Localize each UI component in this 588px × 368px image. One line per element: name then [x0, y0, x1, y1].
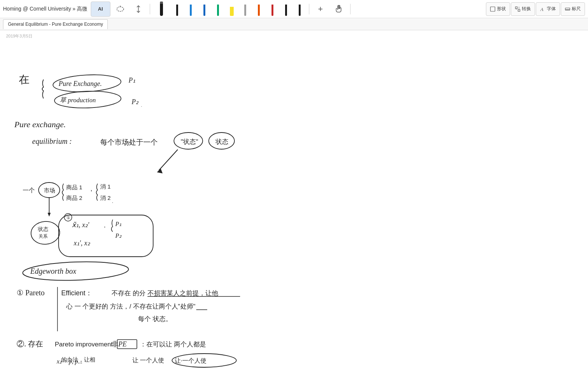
blue-pen-button[interactable]	[185, 2, 197, 17]
svg-text:商品 2: 商品 2	[66, 195, 82, 201]
svg-text:PE: PE	[118, 340, 127, 348]
svg-text:P₁: P₁	[115, 221, 121, 227]
svg-text:.: .	[112, 199, 113, 204]
svg-text:①: ①	[67, 215, 70, 220]
green-pen-button[interactable]	[212, 2, 224, 17]
svg-text:每个市场处于一个: 每个市场处于一个	[100, 138, 158, 146]
svg-text:Pure Exchange.: Pure Exchange.	[58, 80, 102, 87]
svg-point-0	[117, 7, 124, 11]
svg-text:① Pareto: ① Pareto	[17, 288, 45, 297]
canvas-area[interactable]: 2019年3月5日 在 Pure Exchange. P₁ 草 producti…	[0, 30, 588, 368]
orange-pen-button[interactable]	[253, 2, 265, 17]
svg-text:一个: 一个	[23, 187, 35, 193]
svg-text:P₂: P₂	[131, 98, 139, 106]
yellow-highlighter-button[interactable]	[226, 2, 238, 17]
svg-text:x₁', x₂: x₁', x₂	[73, 239, 90, 247]
dark-pen-button[interactable]	[171, 2, 183, 17]
svg-text:状态: 状态	[215, 138, 228, 145]
scroll-tool-button[interactable]	[130, 2, 147, 17]
ruler-tool-label: 标尺	[572, 6, 581, 12]
svg-text:不损害某人之前提，让他: 不损害某人之前提，让他	[147, 290, 218, 297]
convert-tool-button[interactable]: 转换	[511, 2, 535, 16]
svg-text:关系: 关系	[39, 234, 48, 239]
svg-text:不存在 的分: 不存在 的分	[112, 290, 146, 297]
lasso-tool-button[interactable]	[112, 2, 129, 17]
svg-point-43	[30, 220, 61, 245]
svg-text:Pure exchange.: Pure exchange.	[14, 120, 66, 129]
separator-2	[309, 4, 309, 14]
svg-text:P₂: P₂	[115, 232, 122, 239]
svg-text:.: .	[141, 103, 142, 108]
svg-text:Efficient：: Efficient：	[61, 289, 92, 297]
shape-tool-label: 形状	[497, 6, 506, 12]
right-tools: 形状 转换 A 字体 标	[486, 2, 585, 16]
svg-text:,: ,	[104, 222, 105, 228]
svg-text:商品 1: 商品 1	[66, 184, 82, 190]
app-title: Homing @ Cornell University » 高微	[3, 6, 88, 12]
svg-text:Pareto improvement: Pareto improvement	[55, 341, 113, 348]
svg-text:：在可以让 两个人都是: ：在可以让 两个人都是	[140, 341, 206, 348]
ruler-tool-button[interactable]: 标尺	[561, 2, 585, 16]
svg-text:②. 存在: ②. 存在	[17, 340, 43, 348]
black-pen-button[interactable]	[153, 2, 170, 17]
svg-text:让·一个人使: 让·一个人使	[175, 357, 206, 364]
svg-rect-4	[515, 7, 517, 9]
svg-text:"状态": "状态"	[181, 138, 198, 145]
add-button[interactable]: +	[312, 2, 329, 17]
svg-text:equilibrium :: equilibrium :	[32, 137, 72, 146]
font-tool-label: 字体	[547, 6, 556, 12]
svg-text:心 一 个更好的 方法，/ 不存在让两个人"处师": 心 一 个更好的 方法，/ 不存在让两个人"处师"	[66, 303, 195, 310]
svg-text:在: 在	[19, 73, 29, 86]
shape-tool-button[interactable]: 形状	[486, 2, 510, 16]
gray-pen-button[interactable]	[239, 2, 251, 17]
svg-text:': '	[91, 189, 92, 196]
svg-text:市场: 市场	[44, 187, 55, 193]
note-svg: 在 Pure Exchange. P₁ 草 production P₂ . Pu…	[0, 38, 588, 368]
svg-line-30	[159, 150, 178, 170]
convert-tool-label: 转换	[522, 6, 531, 12]
dark-pen-3-button[interactable]	[294, 2, 306, 17]
svg-rect-5	[518, 9, 520, 11]
svg-text:让 一个人使: 让 一个人使	[132, 357, 164, 363]
svg-text:状态: 状态	[37, 226, 48, 232]
separator-1	[150, 4, 150, 14]
svg-text:x̃₁, x₂': x̃₁, x₂'	[72, 221, 90, 229]
active-tab[interactable]: General Equilibrium - Pure Exchange Econ…	[3, 19, 108, 29]
title-bar: Homing @ Cornell University » 高微 AI	[0, 0, 588, 18]
dark-pen-2-button[interactable]	[280, 2, 292, 17]
blue-pen-2-button[interactable]	[199, 2, 211, 17]
separator-3	[350, 4, 351, 14]
svg-text:每个 状态。: 每个 状态。	[138, 315, 172, 323]
font-tool-button[interactable]: A 字体	[536, 2, 560, 16]
ai-button[interactable]: AI	[91, 2, 110, 17]
tab-label: General Equilibrium - Pure Exchange Econ…	[8, 22, 103, 27]
svg-marker-42	[48, 213, 51, 217]
svg-rect-3	[490, 7, 495, 11]
svg-text:消 2: 消 2	[100, 195, 111, 201]
svg-text:A: A	[540, 6, 543, 12]
red-pen-button[interactable]	[267, 2, 279, 17]
hand-button[interactable]	[330, 2, 347, 17]
svg-text:Edgeworth  box: Edgeworth box	[30, 267, 76, 276]
svg-text:草 production: 草 production	[60, 97, 96, 104]
svg-text:消 1: 消 1	[100, 183, 111, 190]
svg-text:P₁: P₁	[128, 76, 135, 84]
svg-text:的办法，让相: 的办法，让相	[61, 356, 95, 363]
tab-bar: General Equilibrium - Pure Exchange Econ…	[0, 18, 588, 30]
